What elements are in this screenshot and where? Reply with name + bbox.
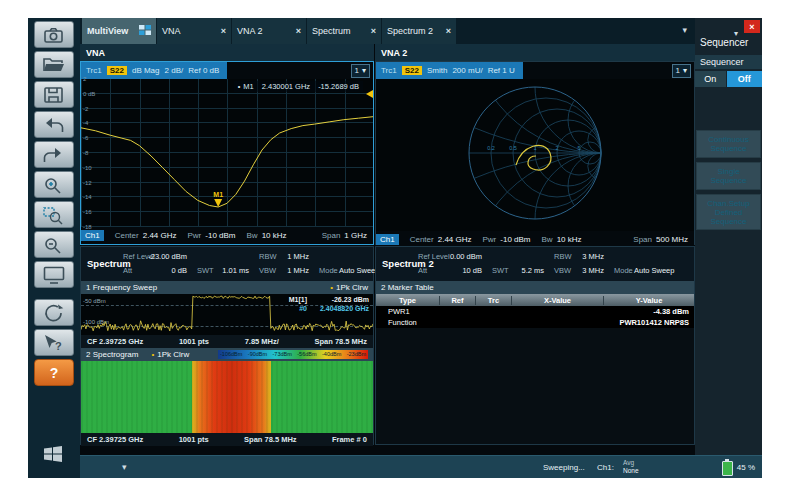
tab-overflow-caret[interactable]: ▾ [682, 25, 687, 35]
help-button[interactable]: ? [34, 359, 74, 386]
context-help-button[interactable]: ? [34, 329, 74, 356]
display-config-button[interactable] [34, 261, 74, 288]
preset-button[interactable] [34, 299, 74, 326]
tab-close-icon[interactable]: × [371, 26, 376, 36]
instrument-screen: ? ? MultiView VNA × VNA 2 × Spectrum × S… [28, 18, 762, 478]
trace-color-dot: • [151, 350, 154, 359]
sequencer-panel: ▾ × Sequencer Sequencer On Off Continuou… [695, 18, 762, 455]
open-button[interactable] [34, 51, 74, 78]
status-channel: Ch1: [597, 463, 614, 472]
spectrogram-scale-label: -56dBm [297, 350, 316, 359]
svg-text:M1: M1 [213, 191, 223, 198]
zoom-in-button[interactable] [34, 171, 74, 198]
tab-close-icon[interactable]: × [446, 26, 451, 36]
multiview-grid-icon [139, 25, 151, 37]
windows-start-button[interactable] [34, 439, 74, 466]
zoom-select-icon [41, 205, 67, 225]
zoom-in-icon [41, 175, 67, 195]
sequencer-state-label: Sequencer [695, 55, 762, 69]
vna2-window: Trc1 S22 Smith 200 mU/ Ref 1 U 1 ▾ [375, 61, 695, 245]
sequencer-toggle: On Off [695, 71, 762, 87]
spectrogram-scale-label: -23dBm [347, 350, 366, 359]
continuous-sequence-button[interactable]: Continuous Sequence [696, 130, 761, 158]
spectrogram-footer: CF 2.39725 GHz 1001 pts Span 78.5 MHz Fr… [81, 433, 373, 446]
single-sequence-button[interactable]: Single Sequence [696, 162, 761, 190]
marker-table-header: Type Ref Trc X-Value Y-Value [376, 294, 694, 306]
save-button[interactable] [34, 81, 74, 108]
chevron-down-icon: ▾ [362, 66, 366, 75]
trace-scale: 200 mU/ [452, 66, 482, 75]
trace-name: Trc1 [86, 66, 102, 75]
battery-percentage: 45 % [737, 463, 755, 472]
spectrogram-color-scale: -106dBm-90dBm-73dBm-56dBm-40dBm-23dBm [218, 350, 368, 359]
svg-text:2: 2 [555, 145, 558, 151]
trace-ref: Ref 0 dB [188, 66, 219, 75]
undo-icon [41, 115, 67, 135]
tab-label: VNA [162, 26, 181, 36]
screenshot-page: ? ? MultiView VNA × VNA 2 × Spectrum × S… [0, 0, 790, 496]
spectrogram-bar: 2 Spectrogram •1Pk Clrw -106dBm-90dBm-73… [81, 348, 373, 361]
battery-icon [722, 461, 733, 476]
svg-text:0.5: 0.5 [509, 145, 517, 151]
panel-title: Sequencer [700, 37, 748, 48]
refresh-icon [41, 303, 67, 323]
channel-badge[interactable]: Ch1 [376, 234, 399, 245]
tab-spectrum[interactable]: Spectrum × [307, 18, 381, 44]
vna-window: Trc1 S22 dB Mag 2 dB/ Ref 0 dB 1 ▾ 20 dB… [80, 61, 374, 245]
spectrogram-scale-label: -90dBm [248, 350, 267, 359]
ref-level-arrow-icon[interactable] [362, 90, 373, 98]
statusbar-collapse-caret[interactable]: ▾ [122, 462, 127, 472]
frequency-sweep-bar: 1 Frequency Sweep •1Pk Clrw [81, 281, 373, 294]
tab-spectrum2[interactable]: Spectrum 2 × [382, 18, 456, 44]
display-icon [41, 265, 67, 285]
tab-close-icon[interactable]: × [221, 26, 226, 36]
tab-vna2[interactable]: VNA 2 × [232, 18, 306, 44]
vna-marker-readout: •M1 2.430001 GHz -15.2689 dB [234, 81, 363, 92]
defined-sequence-button[interactable]: Chan.Setup Defined Sequence [696, 194, 761, 230]
detector-label: •1Pk Clrw [330, 283, 368, 292]
spectrogram-area [81, 361, 373, 433]
spectrum-plot-area: -50 dBm -100 dBm M1[1]-26.23 dBm #02.404… [81, 294, 373, 335]
spectrogram-scale-label: -106dBm [220, 350, 242, 359]
tab-label: Spectrum [312, 26, 351, 36]
window-number-dropdown[interactable]: 1 ▾ [672, 64, 691, 78]
window-number-dropdown[interactable]: 1 ▾ [351, 64, 370, 78]
tab-bar: MultiView VNA × VNA 2 × Spectrum × Spect… [80, 18, 695, 44]
windows-logo-icon [41, 443, 67, 463]
left-toolbar: ? ? [28, 18, 80, 478]
sequencer-on-button[interactable]: On [695, 71, 726, 87]
sweep-status: Sweeping... [543, 463, 585, 472]
tab-vna[interactable]: VNA × [157, 18, 231, 44]
zoom-select-button[interactable] [34, 201, 74, 228]
marker-table-bar: 2 Marker Table [376, 281, 694, 294]
table-row[interactable]: PWR1 -4.38 dBm [376, 306, 694, 317]
m1-marker[interactable]: M1 [213, 191, 223, 207]
trace-format: Smith [427, 66, 447, 75]
redo-button[interactable] [34, 141, 74, 168]
spectrum-marker-readout: M1[1]-26.23 dBm #02.4048820 GHz [289, 295, 369, 313]
spectrum-window: Spectrum Ref Level-23.00 dBm Att0 dB SWT… [80, 246, 374, 445]
vna-window-title: VNA [80, 44, 374, 61]
sparam-badge: S22 [107, 66, 127, 75]
svg-text:0.2: 0.2 [487, 145, 495, 151]
zoom-off-button[interactable] [34, 231, 74, 258]
undo-button[interactable] [34, 111, 74, 138]
tab-label: VNA 2 [237, 26, 263, 36]
vna-trace-svg: M1 [81, 79, 373, 227]
tab-close-icon[interactable]: × [296, 26, 301, 36]
table-row[interactable]: Function PWR101412 NRP8S [376, 317, 694, 328]
close-panel-button[interactable]: × [744, 20, 760, 33]
tab-multiview[interactable]: MultiView [82, 18, 156, 44]
trace-format: dB Mag [132, 66, 160, 75]
spectrogram-scale-label: -73dBm [273, 350, 292, 359]
svg-text:5: 5 [577, 145, 580, 151]
spectrogram-signal-band [192, 361, 271, 433]
sequencer-off-button[interactable]: Off [727, 71, 762, 87]
screenshot-button[interactable] [34, 21, 74, 48]
status-bar: ▾ Sweeping... Ch1: AvgNone 45 % [80, 455, 762, 478]
channel-badge[interactable]: Ch1 [81, 230, 104, 241]
tab-label: Spectrum 2 [387, 26, 433, 36]
spectrum2-window: Spectrum 2 Ref Level0.00 dBm Att10 dB SW… [375, 246, 695, 445]
spectrogram-scale-label: -40dBm [322, 350, 341, 359]
save-icon [41, 85, 67, 105]
